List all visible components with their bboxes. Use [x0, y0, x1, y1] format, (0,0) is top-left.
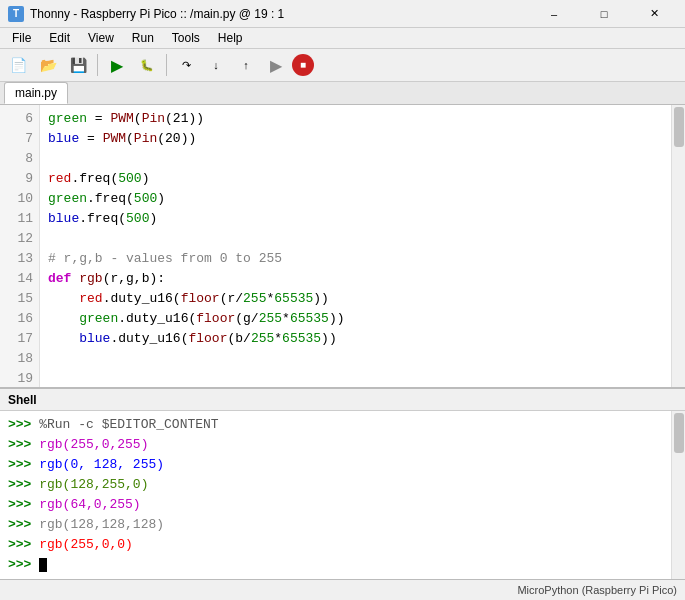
- code-token: [48, 291, 79, 306]
- shell-wrapper: Shell >>> %Run -c $EDITOR_CONTENT>>> rgb…: [0, 387, 685, 579]
- code-token: Pin: [142, 111, 165, 126]
- code-token: ): [157, 191, 165, 206]
- code-token: [48, 311, 79, 326]
- code-line: blue.duty_u16(floor(b/255*65535)): [48, 329, 663, 349]
- code-token: 65535: [282, 331, 321, 346]
- window-controls: – □ ✕: [531, 4, 677, 24]
- code-token: PWM: [110, 111, 133, 126]
- shell-scrollbar[interactable]: [671, 411, 685, 579]
- code-token: .freq(: [71, 171, 118, 186]
- shell-line: >>> rgb(128,128,128): [8, 515, 663, 535]
- line-number: 7: [0, 129, 39, 149]
- shell-line: >>> %Run -c $EDITOR_CONTENT: [8, 415, 663, 435]
- code-token: blue: [79, 331, 110, 346]
- separator-2: [166, 54, 167, 76]
- shell-prompt: >>>: [8, 535, 39, 555]
- line-number: 6: [0, 109, 39, 129]
- minimize-button[interactable]: –: [531, 4, 577, 24]
- shell-line: >>>: [8, 555, 663, 575]
- code-token: )): [313, 291, 329, 306]
- step-into-button[interactable]: ↓: [202, 52, 230, 78]
- status-bar: MicroPython (Raspberry Pi Pico): [0, 579, 685, 600]
- code-token: rgb: [79, 271, 102, 286]
- code-token: 255: [251, 331, 274, 346]
- shell-text: rgb(255,0,255): [39, 435, 148, 455]
- shell-prompt: >>>: [8, 495, 39, 515]
- tab-bar: main.py: [0, 82, 685, 105]
- step-over-button[interactable]: ↷: [172, 52, 200, 78]
- shell-text: rgb(64,0,255): [39, 495, 140, 515]
- scrollbar-thumb[interactable]: [674, 107, 684, 147]
- shell-line: >>> rgb(255,0,255): [8, 435, 663, 455]
- maximize-button[interactable]: □: [581, 4, 627, 24]
- open-button[interactable]: 📂: [34, 52, 62, 78]
- code-token: (r,g,b):: [103, 271, 165, 286]
- save-button[interactable]: 💾: [64, 52, 92, 78]
- shell-scrollbar-thumb[interactable]: [674, 413, 684, 453]
- editor-area[interactable]: 678910111213141516171819 green = PWM(Pin…: [0, 105, 685, 387]
- code-token: (: [126, 131, 134, 146]
- code-token: ): [149, 211, 157, 226]
- close-button[interactable]: ✕: [631, 4, 677, 24]
- resume-button[interactable]: ▶: [262, 52, 290, 78]
- shell-line: >>> rgb(255,0,0): [8, 535, 663, 555]
- shell-cursor: [39, 558, 47, 572]
- code-token: 255: [243, 291, 266, 306]
- code-token: 500: [134, 191, 157, 206]
- shell-prompt: >>>: [8, 415, 39, 435]
- debug-button[interactable]: 🐛: [133, 52, 161, 78]
- main-window: T Thonny - Raspberry Pi Pico :: /main.py…: [0, 0, 685, 600]
- tab-label: main.py: [15, 86, 57, 100]
- code-line: blue.freq(500): [48, 209, 663, 229]
- shell-text: rgb(255,0,0): [39, 535, 133, 555]
- code-token: 500: [118, 171, 141, 186]
- menu-item-tools[interactable]: Tools: [164, 29, 208, 47]
- line-number: 15: [0, 289, 39, 309]
- editor-scrollbar[interactable]: [671, 105, 685, 387]
- shell-area[interactable]: >>> %Run -c $EDITOR_CONTENT>>> rgb(255,0…: [0, 411, 685, 579]
- code-token: PWM: [103, 131, 126, 146]
- code-token: )): [329, 311, 345, 326]
- code-token: blue: [48, 211, 79, 226]
- code-token: .duty_u16(: [118, 311, 196, 326]
- code-token: Pin: [134, 131, 157, 146]
- shell-prompt: >>>: [8, 475, 39, 495]
- code-token: green: [48, 191, 87, 206]
- menu-item-run[interactable]: Run: [124, 29, 162, 47]
- line-number: 17: [0, 329, 39, 349]
- code-token: *: [282, 311, 290, 326]
- shell-content[interactable]: >>> %Run -c $EDITOR_CONTENT>>> rgb(255,0…: [0, 411, 671, 579]
- status-text: MicroPython (Raspberry Pi Pico): [517, 584, 677, 596]
- code-token: green: [48, 111, 87, 126]
- menu-item-edit[interactable]: Edit: [41, 29, 78, 47]
- code-token: # r,g,b - values from 0 to 255: [48, 251, 282, 266]
- line-number: 11: [0, 209, 39, 229]
- app-icon: T: [8, 6, 24, 22]
- code-line: # r,g,b - values from 0 to 255: [48, 249, 663, 269]
- shell-prompt: >>>: [8, 515, 39, 535]
- code-token: .duty_u16(: [103, 291, 181, 306]
- shell-text: rgb(128,128,128): [39, 515, 164, 535]
- menu-item-help[interactable]: Help: [210, 29, 251, 47]
- code-token: 255: [259, 311, 282, 326]
- code-token: .freq(: [87, 191, 134, 206]
- code-line: red.duty_u16(floor(r/255*65535)): [48, 289, 663, 309]
- run-button[interactable]: ▶: [103, 52, 131, 78]
- menu-item-view[interactable]: View: [80, 29, 122, 47]
- shell-text: rgb(128,255,0): [39, 475, 148, 495]
- code-line: red.freq(500): [48, 169, 663, 189]
- separator-1: [97, 54, 98, 76]
- code-line: [48, 369, 663, 387]
- code-line: [48, 229, 663, 249]
- line-number: 8: [0, 149, 39, 169]
- tab-main-py[interactable]: main.py: [4, 82, 68, 104]
- code-token: 500: [126, 211, 149, 226]
- code-token: )): [321, 331, 337, 346]
- line-number: 14: [0, 269, 39, 289]
- menu-item-file[interactable]: File: [4, 29, 39, 47]
- code-content[interactable]: green = PWM(Pin(21))blue = PWM(Pin(20)) …: [40, 105, 671, 387]
- code-line: green.duty_u16(floor(g/255*65535)): [48, 309, 663, 329]
- new-button[interactable]: 📄: [4, 52, 32, 78]
- stop-button[interactable]: ■: [292, 54, 314, 76]
- step-out-button[interactable]: ↑: [232, 52, 260, 78]
